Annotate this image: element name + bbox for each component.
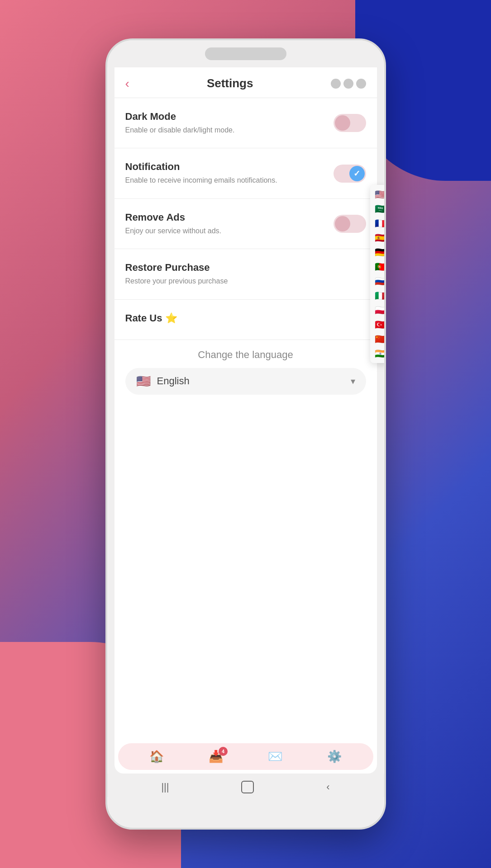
language-selector[interactable]: 🇺🇸 English ▾ (125, 368, 366, 395)
remove-ads-toggle[interactable] (334, 215, 366, 233)
notification-toggle[interactable]: ✓ (334, 165, 366, 183)
flag-tr[interactable]: 🇹🇷 (375, 319, 386, 330)
chevron-down-icon: ▾ (351, 376, 355, 387)
home-icon: 🏠 (149, 750, 164, 764)
phone-notch (205, 47, 286, 60)
flag-in[interactable]: 🇮🇳 (375, 348, 386, 359)
flag-de[interactable]: 🇩🇪 (375, 246, 386, 258)
flag-ru[interactable]: 🇷🇺 (375, 275, 386, 287)
remove-ads-thumb (335, 216, 350, 231)
notification-desc: Enable to receive incoming emails notifi… (125, 175, 334, 185)
restore-purchase-text: Restore Purchase Restore your previous p… (125, 262, 366, 286)
flag-cn[interactable]: 🇨🇳 (375, 333, 386, 345)
language-section: Change the language 🇺🇸 English ▾ (114, 340, 377, 402)
language-title: Change the language (125, 349, 366, 361)
dot-2 (343, 79, 353, 89)
setting-rate-us[interactable]: Rate Us ⭐ (114, 300, 377, 340)
dark-mode-toggle[interactable] (334, 114, 366, 132)
remove-ads-label: Remove Ads (125, 212, 334, 223)
flag-fr[interactable]: 🇫🇷 (375, 217, 386, 229)
restore-purchase-desc: Restore your previous purchase (125, 276, 366, 286)
inbox-badge: 4 (219, 747, 228, 756)
restore-purchase-label: Restore Purchase (125, 262, 366, 274)
flag-it[interactable]: 🇮🇹 (375, 290, 386, 302)
notification-label: Notification (125, 161, 334, 173)
menu-button[interactable]: ||| (161, 781, 169, 793)
notification-text: Notification Enable to receive incoming … (125, 161, 334, 185)
dark-mode-thumb (335, 115, 350, 131)
language-panel: 🇺🇸 🇸🇦 🇫🇷 🇪🇸 🇩🇪 🇵🇹 🇷🇺 🇮🇹 🇵🇱 🇹🇷 🇨🇳 🇮🇳 (370, 185, 386, 363)
setting-notification[interactable]: Notification Enable to receive incoming … (114, 148, 377, 198)
flag-es[interactable]: 🇪🇸 (375, 232, 386, 244)
home-bar: ||| ‹ (107, 774, 384, 797)
dark-mode-text: Dark Mode Enable or disable dark/light m… (125, 111, 334, 135)
system-back-button[interactable]: ‹ (326, 781, 329, 793)
home-button[interactable] (241, 781, 254, 793)
notification-thumb: ✓ (349, 166, 365, 181)
page-title: Settings (207, 76, 253, 90)
nav-settings[interactable]: ⚙️ (327, 750, 342, 764)
dot-1 (331, 79, 341, 89)
bottom-nav: 🏠 📥 4 ✉️ ⚙️ (118, 743, 373, 770)
nav-home[interactable]: 🏠 (149, 750, 164, 764)
dark-mode-desc: Enable or disable dark/light mode. (125, 125, 334, 135)
selected-flag: 🇺🇸 (136, 374, 151, 388)
app-header: ‹ Settings (114, 67, 377, 98)
rate-us-label: Rate Us ⭐ (125, 312, 366, 324)
remove-ads-desc: Enjoy our service without ads. (125, 226, 334, 236)
rate-us-text: Rate Us ⭐ (125, 312, 366, 327)
screen: ‹ Settings Dark Mode Enable or disable d… (114, 67, 377, 774)
header-dots (331, 79, 366, 89)
flag-pt[interactable]: 🇵🇹 (375, 261, 386, 273)
setting-remove-ads[interactable]: Remove Ads Enjoy our service without ads… (114, 199, 377, 249)
settings-list: Dark Mode Enable or disable dark/light m… (114, 98, 377, 743)
flag-pl[interactable]: 🇵🇱 (375, 304, 386, 316)
setting-dark-mode[interactable]: Dark Mode Enable or disable dark/light m… (114, 98, 377, 148)
dot-3 (356, 79, 366, 89)
nav-mail[interactable]: ✉️ (268, 750, 282, 764)
phone-top (107, 40, 384, 67)
selected-language: English (157, 375, 190, 387)
remove-ads-text: Remove Ads Enjoy our service without ads… (125, 212, 334, 236)
back-button[interactable]: ‹ (125, 77, 129, 90)
setting-restore-purchase[interactable]: Restore Purchase Restore your previous p… (114, 249, 377, 299)
mail-icon: ✉️ (268, 750, 282, 764)
flag-sa[interactable]: 🇸🇦 (375, 203, 386, 215)
phone-frame: ‹ Settings Dark Mode Enable or disable d… (105, 38, 386, 830)
check-icon: ✓ (353, 169, 360, 179)
nav-inbox[interactable]: 📥 4 (209, 750, 223, 764)
flag-us[interactable]: 🇺🇸 (375, 189, 386, 200)
settings-icon: ⚙️ (327, 750, 342, 764)
dark-mode-label: Dark Mode (125, 111, 334, 123)
lang-left: 🇺🇸 English (136, 374, 190, 388)
